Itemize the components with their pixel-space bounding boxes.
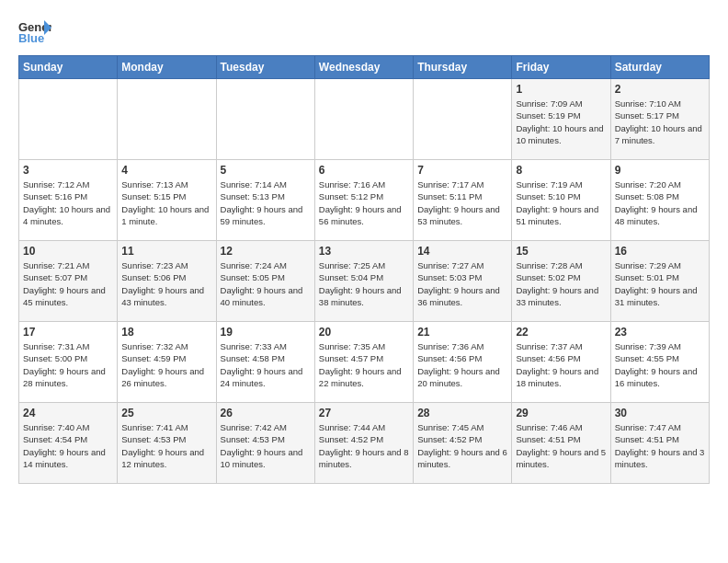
day-number: 4 bbox=[121, 164, 211, 177]
day-info: Sunrise: 7:37 AMSunset: 4:56 PMDaylight:… bbox=[516, 340, 606, 389]
calendar-cell: 7Sunrise: 7:17 AMSunset: 5:11 PMDaylight… bbox=[414, 160, 512, 241]
day-number: 12 bbox=[221, 245, 311, 258]
day-number: 25 bbox=[121, 407, 211, 419]
day-info: Sunrise: 7:31 AMSunset: 5:00 PMDaylight:… bbox=[23, 340, 113, 389]
day-info: Sunrise: 7:39 AMSunset: 4:55 PMDaylight:… bbox=[615, 340, 705, 389]
calendar-cell: 5Sunrise: 7:14 AMSunset: 5:13 PMDaylight… bbox=[216, 160, 314, 241]
dow-monday: Monday bbox=[118, 56, 216, 79]
day-number: 28 bbox=[417, 407, 507, 419]
day-number: 9 bbox=[615, 164, 705, 177]
day-number: 15 bbox=[516, 245, 606, 258]
calendar-cell: 13Sunrise: 7:25 AMSunset: 5:04 PMDayligh… bbox=[314, 241, 413, 322]
day-info: Sunrise: 7:13 AMSunset: 5:15 PMDaylight:… bbox=[121, 178, 211, 227]
day-info: Sunrise: 7:27 AMSunset: 5:03 PMDaylight:… bbox=[417, 259, 507, 308]
week-row-4: 17Sunrise: 7:31 AMSunset: 5:00 PMDayligh… bbox=[19, 322, 710, 403]
dow-saturday: Saturday bbox=[610, 56, 709, 79]
dow-sunday: Sunday bbox=[19, 56, 118, 79]
day-info: Sunrise: 7:25 AMSunset: 5:04 PMDaylight:… bbox=[319, 259, 409, 308]
dow-tuesday: Tuesday bbox=[216, 56, 314, 79]
day-number: 7 bbox=[417, 164, 507, 177]
day-number: 6 bbox=[319, 164, 409, 177]
day-info: Sunrise: 7:09 AMSunset: 5:19 PMDaylight:… bbox=[516, 98, 606, 146]
calendar-cell: 10Sunrise: 7:21 AMSunset: 5:07 PMDayligh… bbox=[19, 241, 118, 322]
calendar-cell: 22Sunrise: 7:37 AMSunset: 4:56 PMDayligh… bbox=[512, 322, 610, 403]
day-info: Sunrise: 7:16 AMSunset: 5:12 PMDaylight:… bbox=[319, 178, 409, 227]
calendar-cell: 20Sunrise: 7:35 AMSunset: 4:57 PMDayligh… bbox=[314, 322, 413, 403]
calendar-cell: 28Sunrise: 7:45 AMSunset: 4:52 PMDayligh… bbox=[414, 403, 512, 484]
day-number: 2 bbox=[615, 83, 705, 96]
calendar-cell: 18Sunrise: 7:32 AMSunset: 4:59 PMDayligh… bbox=[118, 322, 216, 403]
day-info: Sunrise: 7:46 AMSunset: 4:51 PMDaylight:… bbox=[516, 421, 606, 470]
day-info: Sunrise: 7:29 AMSunset: 5:01 PMDaylight:… bbox=[615, 259, 705, 308]
day-info: Sunrise: 7:47 AMSunset: 4:51 PMDaylight:… bbox=[615, 421, 705, 470]
calendar-cell: 2Sunrise: 7:10 AMSunset: 5:17 PMDaylight… bbox=[610, 79, 709, 160]
calendar-cell: 8Sunrise: 7:19 AMSunset: 5:10 PMDaylight… bbox=[512, 160, 610, 241]
calendar-cell: 12Sunrise: 7:24 AMSunset: 5:05 PMDayligh… bbox=[216, 241, 314, 322]
dow-wednesday: Wednesday bbox=[314, 56, 413, 79]
day-info: Sunrise: 7:12 AMSunset: 5:16 PMDaylight:… bbox=[23, 178, 113, 227]
calendar-cell: 25Sunrise: 7:41 AMSunset: 4:53 PMDayligh… bbox=[118, 403, 216, 484]
week-row-3: 10Sunrise: 7:21 AMSunset: 5:07 PMDayligh… bbox=[19, 241, 710, 322]
calendar-cell: 9Sunrise: 7:20 AMSunset: 5:08 PMDaylight… bbox=[610, 160, 709, 241]
calendar-cell bbox=[118, 79, 216, 160]
calendar-table: SundayMondayTuesdayWednesdayThursdayFrid… bbox=[18, 55, 710, 484]
day-number: 21 bbox=[417, 326, 507, 339]
day-info: Sunrise: 7:35 AMSunset: 4:57 PMDaylight:… bbox=[319, 340, 409, 389]
calendar-cell: 24Sunrise: 7:40 AMSunset: 4:54 PMDayligh… bbox=[19, 403, 118, 484]
calendar-cell: 4Sunrise: 7:13 AMSunset: 5:15 PMDaylight… bbox=[118, 160, 216, 241]
calendar-cell: 26Sunrise: 7:42 AMSunset: 4:53 PMDayligh… bbox=[216, 403, 314, 484]
day-number: 5 bbox=[221, 164, 311, 177]
calendar-cell: 16Sunrise: 7:29 AMSunset: 5:01 PMDayligh… bbox=[610, 241, 709, 322]
calendar-cell: 21Sunrise: 7:36 AMSunset: 4:56 PMDayligh… bbox=[414, 322, 512, 403]
day-number: 20 bbox=[319, 326, 409, 339]
day-number: 3 bbox=[23, 164, 113, 177]
calendar-cell bbox=[216, 79, 314, 160]
calendar-cell: 15Sunrise: 7:28 AMSunset: 5:02 PMDayligh… bbox=[512, 241, 610, 322]
day-info: Sunrise: 7:32 AMSunset: 4:59 PMDaylight:… bbox=[121, 340, 211, 389]
day-info: Sunrise: 7:42 AMSunset: 4:53 PMDaylight:… bbox=[221, 421, 311, 470]
day-info: Sunrise: 7:20 AMSunset: 5:08 PMDaylight:… bbox=[615, 178, 705, 227]
calendar-cell bbox=[414, 79, 512, 160]
calendar-cell: 17Sunrise: 7:31 AMSunset: 5:00 PMDayligh… bbox=[19, 322, 118, 403]
day-info: Sunrise: 7:44 AMSunset: 4:52 PMDaylight:… bbox=[319, 421, 409, 470]
week-row-1: 1Sunrise: 7:09 AMSunset: 5:19 PMDaylight… bbox=[19, 79, 710, 160]
page-header: General Blue bbox=[18, 18, 710, 46]
week-row-5: 24Sunrise: 7:40 AMSunset: 4:54 PMDayligh… bbox=[19, 403, 710, 484]
day-number: 14 bbox=[417, 245, 507, 258]
calendar-cell: 30Sunrise: 7:47 AMSunset: 4:51 PMDayligh… bbox=[610, 403, 709, 484]
day-of-week-header: SundayMondayTuesdayWednesdayThursdayFrid… bbox=[19, 56, 710, 79]
calendar-cell: 3Sunrise: 7:12 AMSunset: 5:16 PMDaylight… bbox=[19, 160, 118, 241]
logo-icon: General Blue bbox=[18, 18, 51, 46]
dow-thursday: Thursday bbox=[414, 56, 512, 79]
day-number: 8 bbox=[516, 164, 606, 177]
day-info: Sunrise: 7:23 AMSunset: 5:06 PMDaylight:… bbox=[121, 259, 211, 308]
day-info: Sunrise: 7:45 AMSunset: 4:52 PMDaylight:… bbox=[417, 421, 507, 470]
calendar-cell: 1Sunrise: 7:09 AMSunset: 5:19 PMDaylight… bbox=[512, 79, 610, 160]
dow-friday: Friday bbox=[512, 56, 610, 79]
calendar-cell: 29Sunrise: 7:46 AMSunset: 4:51 PMDayligh… bbox=[512, 403, 610, 484]
day-info: Sunrise: 7:14 AMSunset: 5:13 PMDaylight:… bbox=[221, 178, 311, 227]
day-info: Sunrise: 7:17 AMSunset: 5:11 PMDaylight:… bbox=[417, 178, 507, 227]
day-info: Sunrise: 7:41 AMSunset: 4:53 PMDaylight:… bbox=[121, 421, 211, 470]
calendar-cell: 27Sunrise: 7:44 AMSunset: 4:52 PMDayligh… bbox=[314, 403, 413, 484]
calendar-cell bbox=[19, 79, 118, 160]
day-number: 13 bbox=[319, 245, 409, 258]
day-number: 22 bbox=[516, 326, 606, 339]
day-number: 1 bbox=[516, 83, 606, 96]
week-row-2: 3Sunrise: 7:12 AMSunset: 5:16 PMDaylight… bbox=[19, 160, 710, 241]
day-number: 30 bbox=[615, 407, 705, 419]
calendar-cell: 19Sunrise: 7:33 AMSunset: 4:58 PMDayligh… bbox=[216, 322, 314, 403]
day-number: 24 bbox=[23, 407, 113, 419]
day-number: 19 bbox=[221, 326, 311, 339]
calendar-cell: 6Sunrise: 7:16 AMSunset: 5:12 PMDaylight… bbox=[314, 160, 413, 241]
day-info: Sunrise: 7:19 AMSunset: 5:10 PMDaylight:… bbox=[516, 178, 606, 227]
calendar-cell bbox=[314, 79, 413, 160]
day-info: Sunrise: 7:24 AMSunset: 5:05 PMDaylight:… bbox=[221, 259, 311, 308]
day-info: Sunrise: 7:33 AMSunset: 4:58 PMDaylight:… bbox=[221, 340, 311, 389]
calendar-cell: 14Sunrise: 7:27 AMSunset: 5:03 PMDayligh… bbox=[414, 241, 512, 322]
day-number: 29 bbox=[516, 407, 606, 419]
calendar-cell: 11Sunrise: 7:23 AMSunset: 5:06 PMDayligh… bbox=[118, 241, 216, 322]
day-info: Sunrise: 7:36 AMSunset: 4:56 PMDaylight:… bbox=[417, 340, 507, 389]
calendar-body: 1Sunrise: 7:09 AMSunset: 5:19 PMDaylight… bbox=[19, 79, 710, 484]
day-number: 10 bbox=[23, 245, 113, 258]
